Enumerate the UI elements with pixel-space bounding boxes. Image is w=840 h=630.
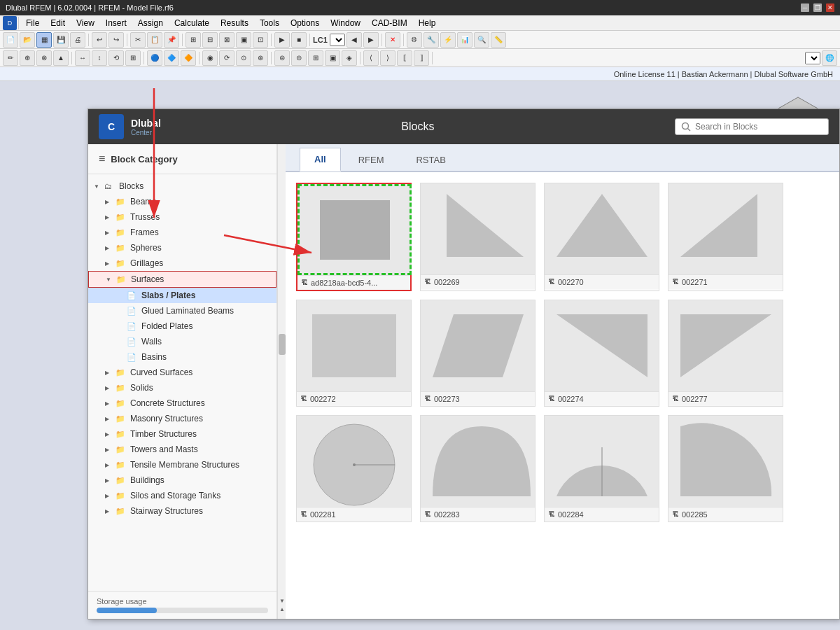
coord-dropdown[interactable] xyxy=(805,52,820,64)
tb2-5[interactable]: ↔ xyxy=(75,50,90,66)
grid-item-002271[interactable]: 🏗002271 xyxy=(668,183,783,291)
grid-item-002269[interactable]: 🏗002269 xyxy=(420,183,536,291)
tb2-6[interactable]: ↕ xyxy=(92,50,107,66)
tb2-22[interactable]: ⟩ xyxy=(380,50,396,66)
tb2-1[interactable]: ✏ xyxy=(3,50,18,66)
minimize-btn[interactable]: ─ xyxy=(801,4,809,12)
tb-copy[interactable]: 📋 xyxy=(147,32,162,48)
sidebar-item-towers-and-masts[interactable]: ▶📁Towers and Masts xyxy=(88,442,276,457)
tb-new[interactable]: 📄 xyxy=(3,32,18,48)
tb-calc2[interactable]: ■ xyxy=(291,32,307,48)
tb2-coord[interactable]: 🌐 xyxy=(822,50,837,66)
sidebar-item-spheres[interactable]: ▶📁Spheres xyxy=(88,240,276,255)
tb2-3[interactable]: ⊗ xyxy=(36,50,52,66)
lc-dropdown[interactable] xyxy=(330,34,345,46)
tb-cut[interactable]: ✂ xyxy=(130,32,146,48)
menu-view[interactable]: View xyxy=(71,17,100,29)
search-box[interactable] xyxy=(675,118,829,135)
restore-btn[interactable]: ❐ xyxy=(813,4,822,12)
tb2-8[interactable]: ⊞ xyxy=(125,50,141,66)
sidebar-item-masonry-structures[interactable]: ▶📁Masonry Structures xyxy=(88,411,276,426)
tb-view3[interactable]: ⊠ xyxy=(219,32,234,48)
tb2-16[interactable]: ⊜ xyxy=(274,50,290,66)
sidebar-item-beams[interactable]: ▶📁Beams xyxy=(88,194,276,209)
tb-misc6[interactable]: 📏 xyxy=(491,32,506,48)
tb-view2[interactable]: ⊟ xyxy=(202,32,218,48)
scroll-down-arrow[interactable]: ▼ xyxy=(279,598,286,605)
sidebar-item-surfaces[interactable]: ▼📁Surfaces xyxy=(88,271,276,288)
tb2-13[interactable]: ⟳ xyxy=(219,50,234,66)
sidebar-item-blocks[interactable]: ▼🗂Blocks xyxy=(88,178,276,194)
grid-item-002284[interactable]: 🏗002284 xyxy=(544,415,659,522)
search-input[interactable] xyxy=(695,122,814,132)
tb-misc5[interactable]: 🔍 xyxy=(474,32,489,48)
tb2-19[interactable]: ▣ xyxy=(325,50,340,66)
tb-view5[interactable]: ⊡ xyxy=(253,32,268,48)
tab-rstab[interactable]: RSTAB xyxy=(401,148,460,171)
sidebar-item-timber-structures[interactable]: ▶📁Timber Structures xyxy=(88,426,276,442)
tb2-20[interactable]: ◈ xyxy=(342,50,357,66)
sidebar-item-curved-surfaces[interactable]: ▶📁Curved Surfaces xyxy=(88,365,276,380)
sidebar-item-walls[interactable]: 📄Walls xyxy=(88,334,276,349)
sidebar-scrollbar-area[interactable]: ▼ ▲ xyxy=(277,144,286,619)
menu-calculate[interactable]: Calculate xyxy=(169,17,215,29)
grid-item-002281[interactable]: 🏗002281 xyxy=(296,415,412,522)
grid-item-002283[interactable]: 🏗002283 xyxy=(420,415,536,522)
sidebar-item-solids[interactable]: ▶📁Solids xyxy=(88,380,276,396)
tb-open[interactable]: 📂 xyxy=(20,32,35,48)
tb2-7[interactable]: ⟲ xyxy=(108,50,124,66)
sidebar-item-stairway[interactable]: ▶📁Stairway Structures xyxy=(88,503,276,519)
grid-item-002273[interactable]: 🏗002273 xyxy=(420,300,536,407)
tb2-24[interactable]: ⟧ xyxy=(414,50,429,66)
tb-paste[interactable]: 📌 xyxy=(164,32,179,48)
lc-selector[interactable]: LC1 xyxy=(313,34,345,46)
sidebar-item-trusses[interactable]: ▶📁Trusses xyxy=(88,209,276,225)
tb2-21[interactable]: ⟨ xyxy=(363,50,379,66)
tb2-10[interactable]: 🔷 xyxy=(164,50,179,66)
tb-view1[interactable]: ⊞ xyxy=(186,32,201,48)
tb-redo[interactable]: ↪ xyxy=(108,32,124,48)
tb2-17[interactable]: ⊝ xyxy=(291,50,307,66)
sidebar-item-folded-plates[interactable]: 📄Folded Plates xyxy=(88,318,276,334)
window-controls[interactable]: ─ ❐ ✕ xyxy=(801,4,834,12)
tb2-2[interactable]: ⊕ xyxy=(20,50,35,66)
menu-results[interactable]: Results xyxy=(215,17,254,29)
tb-undo[interactable]: ↩ xyxy=(92,32,107,48)
tb2-14[interactable]: ⊙ xyxy=(236,50,251,66)
menu-file[interactable]: File xyxy=(20,17,45,29)
sidebar-item-slabs-plates[interactable]: 📄Slabs / Plates xyxy=(88,288,276,303)
grid-item-002274[interactable]: 🏗002274 xyxy=(544,300,659,407)
sidebar-item-silos[interactable]: ▶📁Silos and Storage Tanks xyxy=(88,488,276,503)
sidebar-scrollbar-thumb[interactable] xyxy=(279,334,286,355)
tb2-11[interactable]: 🔶 xyxy=(181,50,196,66)
tb2-4[interactable]: ▲ xyxy=(53,50,69,66)
grid-item-002277[interactable]: 🏗002277 xyxy=(668,300,783,407)
sidebar-item-concrete-structures[interactable]: ▶📁Concrete Structures xyxy=(88,396,276,411)
menu-insert[interactable]: Insert xyxy=(100,17,132,29)
menu-options[interactable]: Options xyxy=(285,17,325,29)
grid-item-ad8218aa[interactable]: 🏗ad8218aa-bcd5-4... xyxy=(296,183,412,291)
tb-misc2[interactable]: 🔧 xyxy=(424,32,439,48)
app-icon-btn[interactable]: D xyxy=(3,16,17,30)
grid-item-002285[interactable]: 🏗002285 xyxy=(668,415,783,522)
tb-blocks[interactable]: ▦ xyxy=(36,32,52,48)
close-btn[interactable]: ✕ xyxy=(826,4,834,12)
menu-tools[interactable]: Tools xyxy=(254,17,285,29)
menu-edit[interactable]: Edit xyxy=(45,17,71,29)
menu-assign[interactable]: Assign xyxy=(132,17,169,29)
tb-x[interactable]: ✕ xyxy=(385,32,400,48)
grid-item-002272[interactable]: 🏗002272 xyxy=(296,300,412,407)
tb-calc1[interactable]: ▶ xyxy=(274,32,290,48)
sidebar-item-basins[interactable]: 📄Basins xyxy=(88,349,276,365)
tb-misc1[interactable]: ⚙ xyxy=(407,32,422,48)
tb2-23[interactable]: ⟦ xyxy=(397,50,412,66)
tb2-9[interactable]: 🔵 xyxy=(147,50,162,66)
sidebar-item-glued-laminated-beams[interactable]: 📄Glued Laminated Beams xyxy=(88,303,276,318)
sidebar-item-grillages[interactable]: ▶📁Grillages xyxy=(88,255,276,271)
grid-item-002270[interactable]: 🏗002270 xyxy=(544,183,659,291)
tb2-18[interactable]: ⊞ xyxy=(308,50,323,66)
tb-misc3[interactable]: ⚡ xyxy=(440,32,456,48)
menu-window[interactable]: Window xyxy=(325,17,366,29)
tb-save[interactable]: 💾 xyxy=(53,32,69,48)
menu-help[interactable]: Help xyxy=(413,17,442,29)
